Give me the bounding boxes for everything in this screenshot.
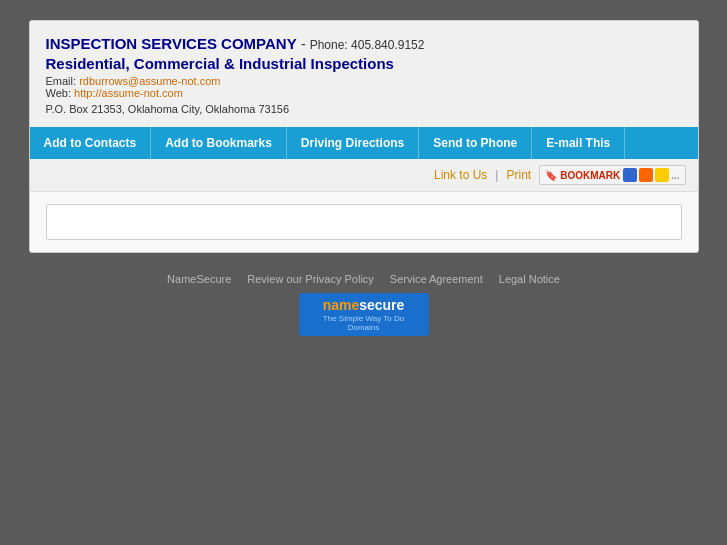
nav-add-contacts[interactable]: Add to Contacts	[30, 127, 152, 159]
footer-links: NameSecure Review our Privacy Policy Ser…	[167, 273, 560, 285]
nav-driving-directions[interactable]: Driving Directions	[287, 127, 419, 159]
web-link[interactable]: http://assume-not.com	[74, 87, 183, 99]
bookmark-icons: ...	[623, 168, 679, 182]
email-row: Email: rdburrows@assume-not.com	[46, 75, 682, 87]
company-subtitle: Residential, Commercial & Industrial Ins…	[46, 55, 682, 72]
namesecure-logo[interactable]: name secure The Simple Way To Do Domains	[299, 293, 429, 336]
bookmark-button[interactable]: 🔖 BOOKMARK ...	[539, 165, 685, 185]
nav-add-bookmarks[interactable]: Add to Bookmarks	[151, 127, 287, 159]
content-box	[46, 204, 682, 240]
title-dash: -	[301, 36, 310, 52]
bookmark-label: BOOKMARK	[560, 170, 620, 181]
logo-content: name secure The Simple Way To Do Domains	[309, 297, 419, 332]
bm-icon-2	[639, 168, 653, 182]
footer: NameSecure Review our Privacy Policy Ser…	[167, 273, 560, 336]
actions-bar: Link to Us | Print 🔖 BOOKMARK ...	[30, 159, 698, 192]
footer-privacy[interactable]: Review our Privacy Policy	[247, 273, 374, 285]
footer-namesecure[interactable]: NameSecure	[167, 273, 231, 285]
phone-inline: Phone: 405.840.9152	[310, 38, 425, 52]
nav-send-to-phone[interactable]: Send to Phone	[419, 127, 532, 159]
company-name: INSPECTION SERVICES COMPANY	[46, 35, 297, 52]
logo-name: name	[323, 297, 360, 313]
header-section: INSPECTION SERVICES COMPANY - Phone: 405…	[30, 21, 698, 127]
link-to-us[interactable]: Link to Us	[434, 168, 487, 182]
print-link[interactable]: Print	[506, 168, 531, 182]
bookmark-icon: 🔖	[545, 170, 557, 181]
logo-secure: secure	[359, 297, 404, 313]
footer-service[interactable]: Service Agreement	[390, 273, 483, 285]
content-area	[30, 192, 698, 252]
web-row: Web: http://assume-not.com	[46, 87, 682, 99]
company-address: P.O. Box 21353, Oklahoma City, Oklahoma …	[46, 103, 682, 115]
logo-tagline: The Simple Way To Do Domains	[309, 314, 419, 332]
bm-icon-1	[623, 168, 637, 182]
nav-email-this[interactable]: E-mail This	[532, 127, 625, 159]
main-card: INSPECTION SERVICES COMPANY - Phone: 405…	[29, 20, 699, 253]
bm-icon-3	[655, 168, 669, 182]
nav-bar: Add to Contacts Add to Bookmarks Driving…	[30, 127, 698, 159]
footer-legal[interactable]: Legal Notice	[499, 273, 560, 285]
bm-more: ...	[671, 170, 679, 181]
email-link[interactable]: rdburrows@assume-not.com	[79, 75, 220, 87]
company-info: INSPECTION SERVICES COMPANY - Phone: 405…	[46, 35, 682, 115]
